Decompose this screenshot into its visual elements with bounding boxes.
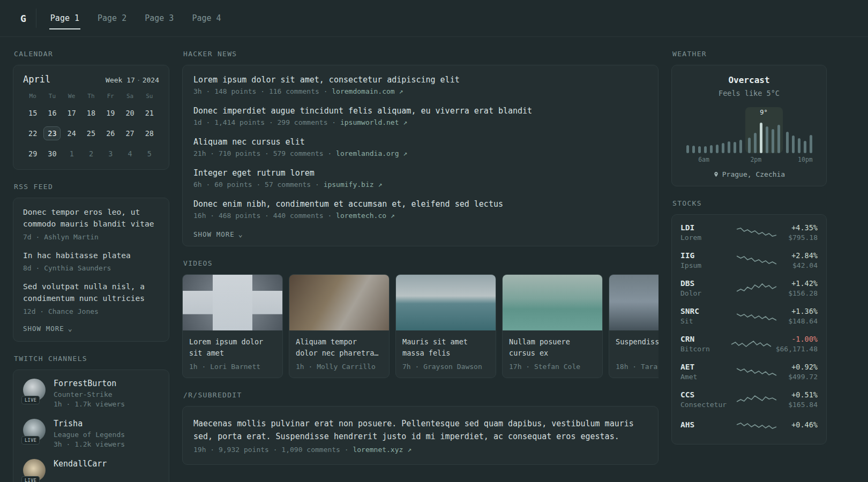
rss-section-label: RSS FEED [14, 183, 168, 191]
avatar: LIVE [23, 419, 46, 441]
hn-item-meta: 16h · 468 points · 440 comments · loremt… [193, 212, 647, 220]
twitch-channel-row[interactable]: LIVE ForrestBurton Counter-Strike 1h · 1… [23, 379, 159, 408]
video-title[interactable]: Mauris sit amet massa felis [402, 336, 489, 359]
stock-row[interactable]: SNRC Sit +1.36% $148.64 [680, 307, 818, 325]
calendar-weekday: Th [81, 93, 101, 100]
stock-values: +0.51% $165.84 [788, 390, 818, 409]
subreddit-meta-text: 19h · 9,932 points · 1,090 comments · [193, 446, 349, 454]
hn-domain-link[interactable]: loremlandia.org ↗ [336, 149, 407, 157]
twitch-channel-row[interactable]: LIVE Trisha League of Legends 3h · 1.2k … [23, 419, 159, 448]
weather-bar [754, 133, 757, 153]
calendar-week-year: Week 17·2024 [106, 76, 159, 84]
stock-row[interactable]: AHS +0.46% [680, 418, 818, 432]
calendar-week: Week 17 [106, 76, 135, 84]
calendar-date: 18 [81, 106, 101, 120]
hn-item-title[interactable]: Integer eget rutrum lorem [193, 168, 647, 178]
rss-item[interactable]: Sed volutpat nulla nisl, a condimentum n… [23, 281, 159, 315]
stock-row[interactable]: LDI Lorem +4.35% $795.18 [680, 223, 818, 242]
stock-change: +2.84% [791, 251, 818, 260]
hn-item[interactable]: Integer eget rutrum lorem 6h · 60 points… [193, 168, 647, 189]
hn-show-more-button[interactable]: SHOW MORE ⌄ [193, 230, 647, 238]
tab-page-2[interactable]: Page 2 [96, 7, 128, 29]
weather-bar [804, 141, 806, 153]
hn-domain-link[interactable]: ipsumify.biz ↗ [324, 180, 383, 189]
stocks-section-label: STOCKS [672, 199, 826, 207]
weather-bar [710, 145, 713, 153]
video-card[interactable]: Lorem ipsum dolor sit amet consectetu… 1… [182, 274, 283, 378]
weather-bar [704, 146, 707, 153]
tab-page-3[interactable]: Page 3 [144, 7, 175, 29]
app-logo[interactable]: G [13, 13, 36, 24]
rss-item-title[interactable]: Donec tempor eros leo, ut commodo mauris… [23, 207, 159, 230]
weather-bar [716, 145, 719, 153]
stock-change: +4.35% [788, 223, 818, 232]
calendar-date-next-month: 4 [120, 147, 139, 161]
tab-page-1[interactable]: Page 1 [49, 7, 80, 29]
page-tabs: Page 1 Page 2 Page 3 Page 4 [49, 7, 222, 29]
stock-price: $148.64 [788, 317, 818, 325]
video-card[interactable]: Nullam posuere cursus ex 17h · Stefan Co… [502, 274, 603, 378]
hn-item-title[interactable]: Aliquam nec cursus elit [193, 137, 647, 147]
rss-item[interactable]: In hac habitasse platea 8d · Cynthia Sau… [23, 250, 159, 273]
hn-item-title[interactable]: Donec enim nibh, condimentum et accumsan… [193, 199, 647, 209]
hn-item[interactable]: Lorem ipsum dolor sit amet, consectetur … [193, 75, 647, 95]
hn-domain-link[interactable]: ipsumworld.net ↗ [340, 118, 407, 126]
video-title[interactable]: Suspendisse diam [616, 336, 659, 359]
stock-values: +0.92% $499.72 [788, 363, 818, 381]
hn-item[interactable]: Aliquam nec cursus elit 21h · 710 points… [193, 137, 647, 157]
weather-bar [734, 142, 736, 154]
video-thumbnail[interactable] [396, 275, 496, 330]
hn-section-label: HACKER NEWS [183, 50, 657, 58]
rss-widget: RSS FEED Donec tempor eros leo, ut commo… [13, 183, 169, 342]
calendar-date: 19 [101, 106, 120, 120]
video-title[interactable]: Nullam posuere cursus ex [509, 336, 596, 359]
calendar-weekday: Sa [120, 93, 139, 100]
video-thumbnail[interactable] [503, 275, 602, 330]
rss-item-title[interactable]: Sed volutpat nulla nisl, a condimentum n… [23, 281, 159, 305]
weather-hourly-chart: 9° [682, 107, 817, 153]
videos-row: Lorem ipsum dolor sit amet consectetu… 1… [182, 274, 659, 378]
video-thumbnail[interactable] [289, 275, 389, 330]
subreddit-post-text[interactable]: Maecenas mollis pulvinar erat non posuer… [193, 417, 647, 443]
video-title[interactable]: Lorem ipsum dolor sit amet consectetu… [189, 336, 276, 359]
weather-bar [810, 135, 812, 153]
hn-item[interactable]: Donec enim nibh, condimentum et accumsan… [193, 199, 647, 220]
rss-item-title[interactable]: In hac habitasse platea [23, 250, 159, 262]
video-card[interactable]: Mauris sit amet massa felis 7h · Grayson… [395, 274, 496, 378]
video-card[interactable]: Aliquam tempor dolor nec pharetra… 1h · … [289, 274, 390, 378]
rss-item[interactable]: Donec tempor eros leo, ut commodo mauris… [23, 207, 159, 241]
twitch-channel-row[interactable]: LIVE KendallCarr [23, 459, 159, 481]
weather-bar [692, 146, 695, 153]
twitch-channel-name[interactable]: Trisha [54, 419, 125, 428]
stock-row[interactable]: AET Amet +0.92% $499.72 [680, 363, 818, 381]
twitch-channel-name[interactable]: KendallCarr [54, 459, 107, 469]
tab-page-4[interactable]: Page 4 [191, 7, 222, 29]
stock-row[interactable]: IIG Ipsum +2.84% $42.04 [680, 251, 818, 269]
stock-row[interactable]: CCS Consectetur +0.51% $165.84 [680, 390, 818, 409]
weather-card: Overcast Feels like 5°C [671, 65, 827, 186]
subreddit-domain-link[interactable]: loremnet.xyz ↗ [353, 446, 411, 454]
twitch-channel-name[interactable]: ForrestBurton [54, 379, 125, 388]
hn-item-title[interactable]: Donec imperdiet augue tincidunt felis al… [193, 106, 647, 116]
avatar: LIVE [23, 379, 46, 401]
stock-row[interactable]: DBS Dolor +1.42% $156.28 [680, 279, 818, 297]
hn-item[interactable]: Donec imperdiet augue tincidunt felis al… [193, 106, 647, 126]
stock-row[interactable]: CRN Bitcorn -1.00% $66,171.48 [680, 335, 818, 353]
video-body: Aliquam tempor dolor nec pharetra… 1h · … [289, 330, 389, 378]
video-thumbnail[interactable] [183, 275, 282, 330]
video-card[interactable]: Suspendisse diam 18h · Tara [609, 274, 659, 378]
weather-bar [792, 135, 795, 153]
twitch-game: Counter-Strike [54, 390, 125, 398]
video-body: Mauris sit amet massa felis 7h · Grayson… [396, 330, 496, 378]
video-thumbnail[interactable] [609, 275, 659, 330]
rss-show-more-button[interactable]: SHOW MORE ⌄ [23, 325, 159, 333]
stock-id: DBS Dolor [680, 279, 732, 297]
hn-item-title[interactable]: Lorem ipsum dolor sit amet, consectetur … [193, 75, 647, 85]
hacker-news-widget: HACKER NEWS Lorem ipsum dolor sit amet, … [182, 50, 659, 246]
hn-domain-link[interactable]: loremtech.co ↗ [336, 212, 395, 220]
stock-ticker: CCS [680, 390, 732, 399]
video-title[interactable]: Aliquam tempor dolor nec pharetra… [296, 336, 383, 359]
stock-values: -1.00% $66,171.48 [776, 335, 818, 353]
hn-domain-link[interactable]: loremdomain.com ↗ [332, 87, 403, 95]
stock-name: Lorem [680, 234, 732, 242]
